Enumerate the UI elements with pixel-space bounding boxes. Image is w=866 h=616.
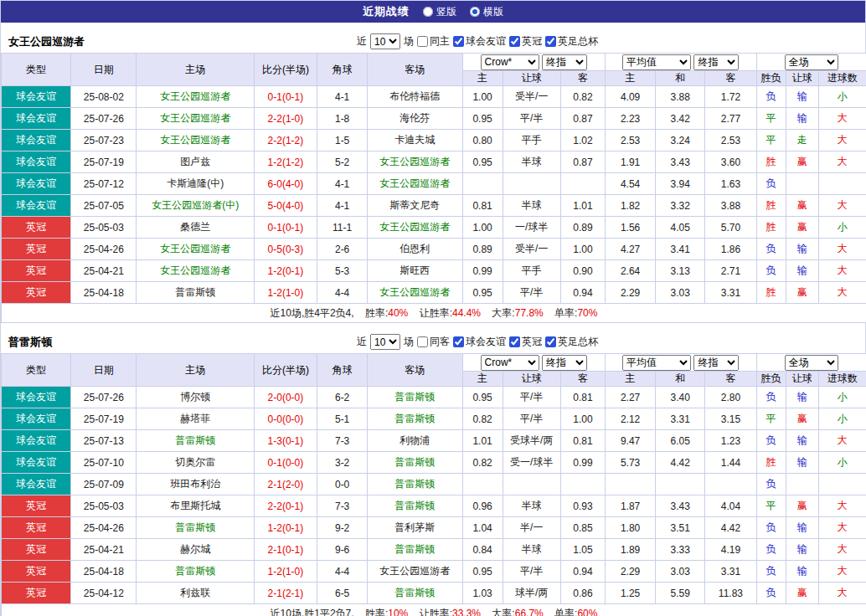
- home-team-link[interactable]: 赫塔菲: [137, 408, 254, 430]
- league-filter-championship[interactable]: 英冠: [509, 335, 542, 349]
- home-team-link[interactable]: 图卢兹: [137, 151, 254, 173]
- home-team-link[interactable]: 卡斯迪隆(中): [137, 173, 254, 195]
- avg-away: [705, 474, 756, 495]
- avg-home: 4.09: [606, 86, 656, 108]
- same-venue-filter[interactable]: 同主: [417, 34, 450, 49]
- avg-stage-select[interactable]: 终指: [693, 355, 739, 371]
- away-team-link[interactable]: 卡迪夫城: [368, 130, 462, 151]
- away-team-link[interactable]: 普雷斯顿: [368, 474, 462, 495]
- friendly-checkbox[interactable]: [453, 336, 464, 347]
- avg-away: 1.63: [705, 173, 756, 195]
- handicap-rate-stat: 让胜率:33.3%: [420, 608, 481, 616]
- home-team-link[interactable]: 女王公园巡游者: [137, 260, 254, 282]
- home-team-link[interactable]: 桑德兰: [137, 217, 254, 239]
- avg-home: 2.27: [606, 387, 656, 408]
- away-team-link[interactable]: 普雷斯顿: [368, 539, 462, 561]
- radio-checked-icon: [470, 7, 480, 17]
- fa-cup-checkbox[interactable]: [545, 36, 556, 47]
- average-select[interactable]: 平均值: [622, 54, 691, 70]
- friendly-checkbox[interactable]: [453, 36, 464, 47]
- league-filter-friendly[interactable]: 球会友谊: [453, 335, 506, 349]
- away-team-link[interactable]: 普雷斯顿: [368, 583, 462, 604]
- bookmaker-select[interactable]: Crow*: [481, 355, 539, 371]
- league-type-badge: 英冠: [2, 517, 71, 539]
- league-filter-friendly[interactable]: 球会友谊: [453, 34, 506, 49]
- fa-cup-checkbox[interactable]: [545, 336, 556, 347]
- home-team-link[interactable]: 普雷斯顿: [137, 561, 254, 583]
- home-team-link[interactable]: 利兹联: [137, 583, 254, 604]
- away-team-link[interactable]: 布伦特福德: [368, 86, 462, 108]
- same-venue-checkbox[interactable]: [417, 36, 428, 47]
- vertical-layout-radio[interactable]: 竖版: [423, 5, 456, 19]
- team-header-row: 普雷斯顿 近 10 场 同客 球会友谊 英冠: [1, 331, 865, 353]
- away-team-link[interactable]: 女王公园巡游者: [368, 217, 462, 239]
- match-date: 25-07-09: [71, 474, 137, 495]
- championship-checkbox[interactable]: [509, 336, 520, 347]
- home-team-link[interactable]: 赫尔城: [137, 539, 254, 561]
- scope-select[interactable]: 全场: [785, 54, 838, 70]
- avg-draw: 6.05: [656, 430, 705, 452]
- corner-score: 5-2: [317, 151, 368, 173]
- league-filter-fa-cup[interactable]: 英足总杯: [545, 34, 598, 49]
- home-team-link[interactable]: 普雷斯顿: [137, 430, 254, 452]
- match-row: 英冠25-05-03布里斯托城2-2(0-1)7-3普雷斯顿0.96半球0.93…: [2, 495, 866, 517]
- home-team-link[interactable]: 女王公园巡游者: [137, 108, 254, 130]
- away-team-link[interactable]: 普利茅斯: [368, 517, 462, 539]
- scope-select[interactable]: 全场: [785, 355, 838, 371]
- away-team-link[interactable]: 普雷斯顿: [368, 495, 462, 517]
- avg-home: 2.53: [606, 130, 656, 151]
- friendly-label: 球会友谊: [466, 34, 506, 49]
- away-team-link[interactable]: 女王公园巡游者: [368, 561, 462, 583]
- bookmaker-select[interactable]: Crow*: [481, 54, 539, 70]
- odds-stage-select[interactable]: 终指: [542, 54, 587, 70]
- col-away: 客场: [368, 354, 462, 387]
- home-team-link[interactable]: 切奥尔雷: [137, 452, 254, 474]
- home-team-link[interactable]: 女王公园巡游者(中): [137, 195, 254, 217]
- avg-stage-select[interactable]: 终指: [693, 54, 739, 70]
- away-team-link[interactable]: 利物浦: [368, 430, 462, 452]
- away-team-link[interactable]: 普雷斯顿: [368, 387, 462, 408]
- home-team-link[interactable]: 女王公园巡游者: [137, 130, 254, 151]
- away-team-link[interactable]: 女王公园巡游者: [368, 173, 462, 195]
- home-team-link[interactable]: 博尔顿: [137, 387, 254, 408]
- recent-count-select[interactable]: 10: [370, 33, 400, 49]
- away-team-link[interactable]: 普雷斯顿: [368, 408, 462, 430]
- score: 2-2(1-0): [254, 108, 317, 130]
- odds-stage-select[interactable]: 终指: [542, 355, 587, 371]
- away-team-link[interactable]: 伯恩利: [368, 239, 462, 260]
- championship-checkbox[interactable]: [509, 36, 520, 47]
- result-wdl: 平: [756, 495, 786, 517]
- avg-away: 5.70: [705, 217, 756, 239]
- home-team-link[interactable]: 班田布利治: [137, 474, 254, 495]
- home-team-link[interactable]: 女王公园巡游者: [137, 86, 254, 108]
- away-team-link[interactable]: 女王公园巡游者: [368, 151, 462, 173]
- horizontal-layout-radio[interactable]: 横版: [470, 5, 503, 19]
- corner-score: 5-1: [317, 408, 368, 430]
- league-filter-championship[interactable]: 英冠: [509, 34, 542, 49]
- result-handicap: 赢: [786, 195, 818, 217]
- recent-count-select[interactable]: 10: [370, 334, 400, 350]
- corner-score: 11-1: [317, 217, 368, 239]
- away-team-link[interactable]: 海伦芬: [368, 108, 462, 130]
- result-goals: 大: [818, 517, 866, 539]
- league-filter-fa-cup[interactable]: 英足总杯: [545, 335, 598, 349]
- result-handicap: 赢: [786, 282, 818, 304]
- col-odds-handicap: 让球: [503, 71, 560, 86]
- col-corner: 角球: [317, 54, 368, 86]
- away-team-link[interactable]: 斯蒂文尼奇: [368, 195, 462, 217]
- col-avg-draw: 和: [656, 372, 705, 387]
- league-type-badge: 英冠: [2, 495, 71, 517]
- away-team-link[interactable]: 女王公园巡游者: [368, 282, 462, 304]
- average-select[interactable]: 平均值: [622, 355, 691, 371]
- avg-draw: 3.51: [656, 517, 705, 539]
- home-team-link[interactable]: 普雷斯顿: [137, 517, 254, 539]
- games-label: 场: [404, 335, 414, 349]
- home-team-link[interactable]: 布里斯托城: [137, 495, 254, 517]
- home-team-link[interactable]: 女王公园巡游者: [137, 239, 254, 260]
- same-venue-filter[interactable]: 同客: [417, 335, 450, 349]
- away-team-link[interactable]: 普雷斯顿: [368, 452, 462, 474]
- home-team-link[interactable]: 普雷斯顿: [137, 282, 254, 304]
- away-team-link[interactable]: 斯旺西: [368, 260, 462, 282]
- league-type-badge: 球会友谊: [2, 452, 71, 474]
- same-venue-checkbox[interactable]: [417, 336, 428, 347]
